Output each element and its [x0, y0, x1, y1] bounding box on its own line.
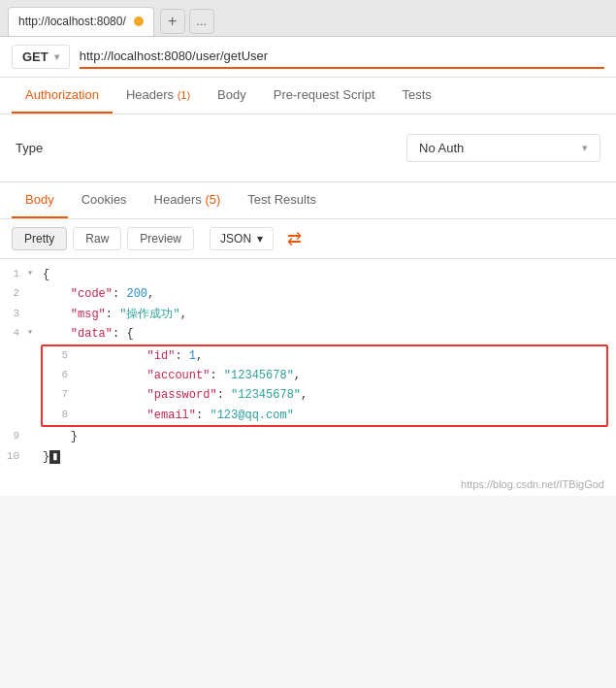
format-select-value: JSON: [220, 232, 251, 246]
resp-tab-headers[interactable]: Headers (5): [141, 182, 235, 218]
auth-type-select[interactable]: No Auth ▾: [406, 134, 600, 162]
line-num-8: 8: [49, 406, 76, 424]
line-toggle-10: [27, 447, 41, 464]
line-toggle-8: [76, 406, 89, 422]
line-num-5: 5: [49, 346, 76, 365]
format-bar: Pretty Raw Preview JSON ▾ ⇄: [0, 219, 616, 259]
method-label: GET: [22, 49, 49, 64]
tab-authorization[interactable]: Authorization: [12, 78, 113, 114]
tab-tests[interactable]: Tests: [389, 78, 445, 114]
code-line-5: 5 "id": 1,: [43, 346, 606, 366]
line-num-9: 9: [0, 427, 27, 445]
line-toggle-2: [27, 284, 41, 301]
code-line-10: 10 }▮: [0, 447, 616, 467]
add-tab-button[interactable]: +: [160, 9, 185, 34]
line-content-6: "account": "12345678",: [89, 366, 600, 385]
line-toggle-4[interactable]: ▾: [27, 324, 41, 341]
line-toggle-5: [76, 346, 89, 363]
line-toggle-3: [27, 305, 41, 321]
line-toggle-9: [27, 427, 41, 443]
tab-body[interactable]: Body: [204, 78, 260, 114]
line-toggle-1[interactable]: ▾: [27, 265, 41, 281]
auth-type-label: Type: [16, 141, 74, 155]
method-selector[interactable]: GET ▾: [12, 45, 70, 69]
line-toggle-6: [76, 366, 89, 382]
line-toggle-7: [76, 385, 89, 402]
line-content-9: }: [41, 427, 616, 446]
line-content-8: "email": "123@qq.com": [89, 406, 600, 425]
line-num-3: 3: [0, 305, 27, 323]
highlight-box: 5 "id": 1, 6 "account": "12345678", 7 "p…: [41, 344, 608, 428]
code-line-3: 3 "msg": "操作成功",: [0, 305, 616, 324]
tab-bar: http://localhost:8080/ + ...: [0, 0, 616, 37]
line-num-6: 6: [49, 366, 76, 384]
line-content-4: "data": {: [41, 324, 616, 344]
code-line-9: 9 }: [0, 427, 616, 446]
line-num-7: 7: [49, 385, 76, 404]
line-num-4: 4: [0, 324, 27, 343]
line-content-10: }▮: [41, 447, 616, 467]
tab-dot: [134, 16, 144, 26]
resp-tab-body[interactable]: Body: [12, 182, 68, 218]
line-content-5: "id": 1,: [89, 346, 600, 366]
auth-chevron-icon: ▾: [582, 142, 588, 154]
code-line-1: 1 ▾ {: [0, 265, 616, 284]
resp-tab-cookies[interactable]: Cookies: [68, 182, 141, 218]
url-input[interactable]: [80, 45, 604, 69]
code-line-8: 8 "email": "123@qq.com": [43, 406, 606, 425]
line-num-1: 1: [0, 265, 27, 283]
format-chevron-icon: ▾: [257, 232, 263, 246]
tab-pre-request-script[interactable]: Pre-request Script: [260, 78, 389, 114]
auth-section: Type No Auth ▾: [0, 115, 616, 182]
line-content-7: "password": "12345678",: [89, 385, 600, 405]
code-view: 1 ▾ { 2 "code": 200, 3 "msg": "操作成功", 4 …: [0, 259, 616, 473]
request-tabs: Authorization Headers (1) Body Pre-reque…: [0, 78, 616, 115]
response-tabs: Body Cookies Headers (5) Test Results: [0, 182, 616, 219]
code-line-4: 4 ▾ "data": {: [0, 324, 616, 344]
line-content-2: "code": 200,: [41, 284, 616, 304]
wrap-icon[interactable]: ⇄: [287, 228, 302, 249]
code-line-2: 2 "code": 200,: [0, 284, 616, 304]
more-tabs-button[interactable]: ...: [189, 9, 214, 34]
code-line-7: 7 "password": "12345678",: [43, 385, 606, 405]
tab-label: http://localhost:8080/: [18, 15, 126, 28]
line-content-1: {: [41, 265, 616, 284]
tab-headers[interactable]: Headers (1): [113, 78, 204, 114]
auth-type-value: No Auth: [419, 141, 464, 155]
method-chevron-icon: ▾: [54, 51, 59, 62]
fmt-preview[interactable]: Preview: [127, 227, 194, 250]
browser-tab[interactable]: http://localhost:8080/: [8, 7, 154, 36]
url-bar: GET ▾: [0, 37, 616, 78]
watermark: https://blog.csdn.net/ITBigGod: [0, 473, 616, 496]
format-select[interactable]: JSON ▾: [210, 227, 274, 250]
resp-tab-test-results[interactable]: Test Results: [234, 182, 330, 218]
code-line-6: 6 "account": "12345678",: [43, 366, 606, 385]
fmt-pretty[interactable]: Pretty: [12, 227, 67, 250]
fmt-raw[interactable]: Raw: [73, 227, 121, 250]
line-num-2: 2: [0, 284, 27, 303]
line-content-3: "msg": "操作成功",: [41, 305, 616, 324]
line-num-10: 10: [0, 447, 27, 466]
